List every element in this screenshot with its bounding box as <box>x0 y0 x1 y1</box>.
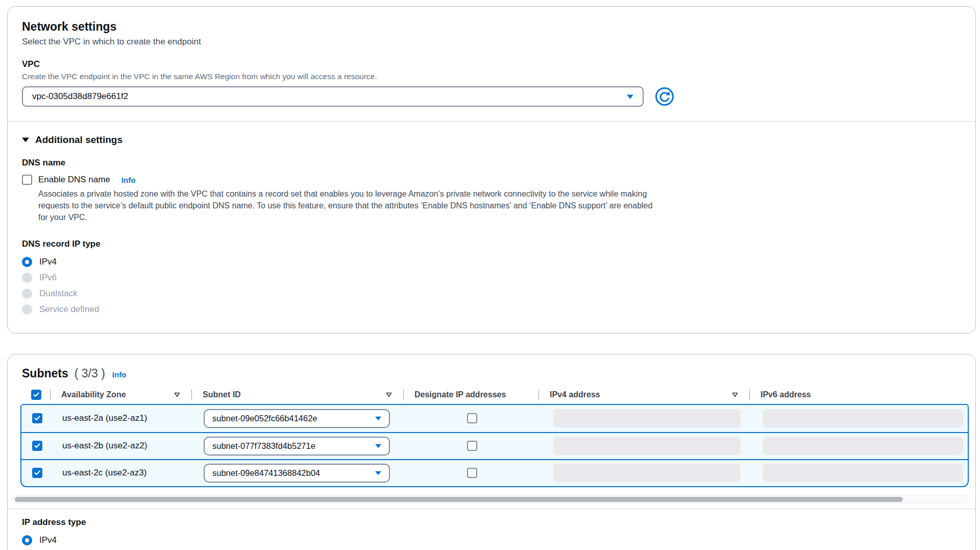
subnet-row: us-east-2a (use2-az1) subnet-09e052fc66b… <box>21 405 968 432</box>
availability-zone-cell: us-east-2c (use2-az3) <box>51 460 192 486</box>
subnet-id-select[interactable]: subnet-09e052fc66b41462e <box>204 409 390 428</box>
dns-record-ip-type-group: IPv4 IPv6 Dualstack Service defined <box>22 254 961 318</box>
horizontal-scrollbar[interactable] <box>12 495 968 504</box>
radio-dualstack <box>22 289 32 299</box>
row-checkbox-cell <box>21 460 51 486</box>
sort-icon[interactable] <box>386 392 392 397</box>
vpc-select-row: vpc-0305d38d879e661f2 <box>22 86 961 107</box>
vpc-label: VPC <box>22 59 961 69</box>
row-checkbox-cell <box>21 433 51 459</box>
subnet-id-cell: subnet-09e052fc66b41462e <box>192 405 404 432</box>
subnets-title: Subnets <box>22 367 68 380</box>
enable-dns-name-label: Enable DNS name <box>38 175 110 185</box>
ipv4-address-cell <box>540 433 750 459</box>
subnet-id-select[interactable]: subnet-077f7383fd4b5271e <box>204 437 390 456</box>
column-label: Availability Zone <box>61 390 126 399</box>
ipv6-address-cell <box>750 433 968 459</box>
subnets-header: Subnets ( 3/3 ) Info <box>8 354 975 386</box>
checkmark-icon <box>34 443 40 448</box>
radio-service-defined-label: Service defined <box>39 304 99 315</box>
subnets-info-link[interactable]: Info <box>112 370 127 379</box>
ipv4-address-input <box>553 409 741 427</box>
availability-zone-cell: us-east-2a (use2-az1) <box>51 405 192 432</box>
radio-option-service-defined: Service defined <box>22 302 961 318</box>
subnet-id-cell: subnet-077f7383fd4b5271e <box>192 433 404 459</box>
column-label: IPv4 address <box>550 390 600 399</box>
sort-icon[interactable] <box>732 392 738 397</box>
dns-name-label: DNS name <box>22 158 961 168</box>
row-checkbox[interactable] <box>32 468 42 478</box>
chevron-down-icon <box>375 416 381 421</box>
radio-ipv4-label: IPv4 <box>39 535 57 545</box>
radio-option-ipv6: IPv6 <box>22 548 961 550</box>
refresh-icon <box>655 87 674 106</box>
column-header-designate-ip: Designate IP addresses <box>403 386 538 404</box>
page-title: Network settings <box>22 20 961 34</box>
sort-icon[interactable] <box>174 392 180 397</box>
network-settings-card: Network settings Select the VPC in which… <box>7 6 976 333</box>
ipv6-address-cell <box>750 460 968 486</box>
refresh-button[interactable] <box>655 87 674 106</box>
subnet-id-value: subnet-09e84741368842b04 <box>212 468 320 478</box>
subnet-row: us-east-2b (use2-az2) subnet-077f7383fd4… <box>21 432 968 459</box>
designate-ip-checkbox[interactable] <box>467 468 477 478</box>
row-checkbox[interactable] <box>32 413 42 423</box>
ipv6-address-input <box>763 409 963 427</box>
ipv6-address-input <box>763 464 963 482</box>
radio-option-ipv4[interactable]: IPv4 <box>22 533 961 548</box>
radio-dualstack-label: Dualstack <box>39 289 78 299</box>
chevron-down-icon <box>375 444 381 448</box>
select-all-checkbox[interactable] <box>31 390 41 400</box>
vpc-select[interactable]: vpc-0305d38d879e661f2 <box>22 86 644 107</box>
table-header-row: Availability Zone Subnet ID Designate IP… <box>20 386 969 404</box>
radio-ipv4[interactable] <box>22 257 32 267</box>
column-header-availability-zone[interactable]: Availability Zone <box>50 386 191 404</box>
designate-ip-checkbox[interactable] <box>467 413 477 423</box>
subnet-rows-group: us-east-2a (use2-az1) subnet-09e052fc66b… <box>20 404 969 487</box>
ipv6-address-input <box>763 437 963 455</box>
radio-ipv6-label: IPv6 <box>39 273 57 283</box>
dns-name-info-link[interactable]: Info <box>121 176 136 184</box>
availability-zone-cell: us-east-2b (use2-az2) <box>51 433 192 459</box>
subnets-count: ( 3/3 ) <box>75 367 105 380</box>
subnet-id-value: subnet-077f7383fd4b5271e <box>212 441 315 451</box>
chevron-down-icon <box>375 471 381 475</box>
enable-dns-name-checkbox[interactable] <box>22 175 32 185</box>
row-checkbox[interactable] <box>32 441 42 451</box>
designate-ip-cell <box>404 405 540 432</box>
subnets-table: Availability Zone Subnet ID Designate IP… <box>20 386 969 487</box>
ipv6-address-cell <box>750 405 968 432</box>
additional-settings-expander[interactable]: Additional settings <box>22 134 961 146</box>
checkmark-icon <box>34 470 40 475</box>
subnet-id-select[interactable]: subnet-09e84741368842b04 <box>204 464 390 483</box>
radio-ipv4-label: IPv4 <box>39 257 57 267</box>
enable-dns-name-row: Enable DNS name Info <box>22 175 961 185</box>
column-label: IPv6 address <box>761 390 811 399</box>
radio-ipv6 <box>22 273 32 283</box>
vpc-description: Create the VPC endpoint in the VPC in th… <box>22 72 961 81</box>
designate-ip-cell <box>404 433 540 459</box>
column-header-ipv6-address: IPv6 address <box>749 386 969 404</box>
designate-ip-checkbox[interactable] <box>467 441 477 451</box>
chevron-down-icon <box>627 94 633 99</box>
additional-settings-label: Additional settings <box>35 134 122 146</box>
checkmark-icon <box>33 392 39 397</box>
subnet-row: us-east-2c (use2-az3) subnet-09e84741368… <box>21 459 968 486</box>
column-header-subnet-id[interactable]: Subnet ID <box>191 386 403 404</box>
column-header-ipv4-address[interactable]: IPv4 address <box>538 386 749 404</box>
ipv4-address-cell <box>540 405 750 432</box>
ip-address-type-label: IP address type <box>22 517 961 528</box>
row-checkbox-cell <box>21 405 51 432</box>
designate-ip-cell <box>404 460 540 486</box>
radio-ipv4[interactable] <box>22 535 32 545</box>
dns-name-description: Associates a private hosted zone with th… <box>38 188 658 224</box>
vpc-select-value: vpc-0305d38d879e661f2 <box>32 91 128 102</box>
checkmark-icon <box>34 416 40 421</box>
subnet-id-value: subnet-09e052fc66b41462e <box>212 414 317 423</box>
radio-option-ipv4[interactable]: IPv4 <box>22 254 961 270</box>
column-label: Subnet ID <box>203 390 241 399</box>
section-divider <box>8 121 975 122</box>
ip-address-type-group: IPv4 IPv6 Dualstack <box>22 533 961 550</box>
scrollbar-thumb[interactable] <box>15 497 903 502</box>
radio-service-defined <box>22 304 32 315</box>
